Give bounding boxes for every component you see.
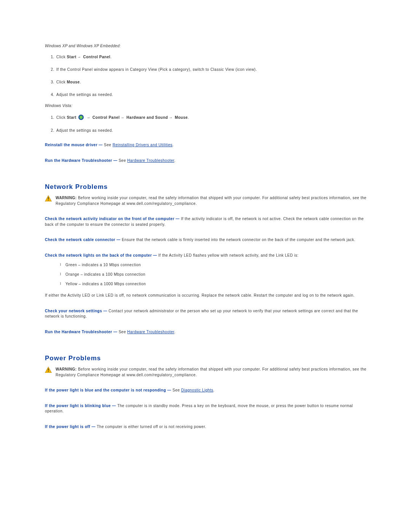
list-item: Adjust the settings as needed. xyxy=(56,93,369,97)
body-text: If the Activity LED flashes yellow with … xyxy=(158,253,298,257)
list-item: Click Start→ Control Panel. xyxy=(56,55,369,59)
xp-heading: Windows XP and Windows XP Embedded: xyxy=(45,44,369,48)
power-off-para: If the power light is off — The computer… xyxy=(45,424,369,430)
svg-rect-6 xyxy=(48,368,49,370)
reinstall-driver-para: Reinstall the mouse driver — See Reinsta… xyxy=(45,142,369,148)
reinstalling-drivers-link[interactable]: Reinstalling Drivers and Utilities xyxy=(113,143,173,147)
hardware-troubleshooter-link[interactable]: Hardware Troubleshooter xyxy=(127,330,174,334)
xp-steps-list: Click Start→ Control Panel. If the Contr… xyxy=(45,55,369,97)
warning-body: Before working inside your computer, rea… xyxy=(56,196,366,206)
step-text: Click xyxy=(56,80,67,84)
svg-point-1 xyxy=(80,116,83,119)
list-item: Click Start → Control Panel→ Hardware an… xyxy=(56,115,369,120)
action-lead: If the power light is off — xyxy=(45,425,97,429)
action-lead: Check the network lights on the back of … xyxy=(45,253,158,257)
hw-troubleshooter-para: Run the Hardware Troubleshooter — See Ha… xyxy=(45,329,369,335)
action-lead: Run the Hardware Troubleshooter — xyxy=(45,158,119,163)
period: . xyxy=(213,388,215,392)
hw-troubleshooter-para: Run the Hardware Troubleshooter — See Ha… xyxy=(45,158,369,164)
period: . xyxy=(174,158,175,163)
svg-rect-4 xyxy=(48,200,49,201)
step-text: Adjust the settings as needed. xyxy=(56,128,113,133)
diagnostic-lights-link[interactable]: Diagnostic Lights xyxy=(181,388,213,392)
action-lead: Run the Hardware Troubleshooter — xyxy=(45,330,119,334)
action-lead: If the power light is blinking blue — xyxy=(45,404,117,408)
period: . xyxy=(80,80,81,84)
see-text: See xyxy=(119,158,127,163)
warning-triangle-icon xyxy=(45,195,52,201)
arrow-icon: → xyxy=(86,115,91,120)
list-item: Click Mouse. xyxy=(56,80,369,84)
period: . xyxy=(188,115,189,120)
vista-steps-list: Click Start → Control Panel→ Hardware an… xyxy=(45,115,369,133)
step-text-bold: Start xyxy=(67,55,76,59)
see-text: See xyxy=(119,330,127,334)
period: . xyxy=(174,330,175,334)
windows-start-icon xyxy=(78,115,84,120)
list-item: Yellow – indicates a 1000 Mbps connectio… xyxy=(60,282,369,286)
warning-triangle-icon xyxy=(45,367,52,373)
period: . xyxy=(172,143,174,147)
step-text-bold: Hardware and Sound xyxy=(125,115,168,120)
list-item: Adjust the settings as needed. xyxy=(56,128,369,133)
action-lead: Check the network activity indicator on … xyxy=(45,217,181,221)
action-lead: Check the network cable connector — xyxy=(45,238,122,242)
hardware-troubleshooter-link[interactable]: Hardware Troubleshooter xyxy=(127,158,174,163)
step-text-bold: Mouse xyxy=(174,115,188,120)
list-item: If the Control Panel window appears in C… xyxy=(56,67,369,72)
see-text: See xyxy=(172,388,181,392)
arrow-icon: → xyxy=(76,55,82,59)
warning-block: WARNING: Before working inside your comp… xyxy=(45,195,369,206)
body-text: The computer is either turned off or is … xyxy=(97,425,206,429)
network-problems-heading: Network Problems xyxy=(45,183,369,191)
step-text: If the Control Panel window appears in C… xyxy=(56,67,257,72)
step-text: Click xyxy=(56,115,67,120)
power-problems-heading: Power Problems xyxy=(45,355,369,362)
list-item: Orange – indicates a 100 Mbps connection xyxy=(60,272,369,276)
arrow-icon: → xyxy=(120,115,126,120)
power-blue-not-responding-para: If the power light is blue and the compu… xyxy=(45,388,369,393)
vista-heading: Windows Vista: xyxy=(45,104,369,108)
power-blinking-blue-para: If the power light is blinking blue — Th… xyxy=(45,403,369,414)
action-lead: Check your network settings — xyxy=(45,309,108,313)
network-settings-para: Check your network settings — Contact yo… xyxy=(45,308,369,320)
arrow-icon: → xyxy=(168,115,174,120)
step-text-bold: Mouse xyxy=(67,80,80,84)
led-color-list: Green – indicates a 10 Mbps connection O… xyxy=(45,263,369,286)
list-item: Green – indicates a 10 Mbps connection xyxy=(60,263,369,267)
action-lead: If the power light is blue and the compu… xyxy=(45,388,172,392)
step-text-bold: Control Panel xyxy=(91,115,120,120)
step-text: Adjust the settings as needed. xyxy=(56,93,113,97)
action-lead: Reinstall the mouse driver — xyxy=(45,143,104,147)
svg-rect-7 xyxy=(48,371,49,372)
network-activity-para: Check the network activity indicator on … xyxy=(45,216,369,227)
svg-rect-3 xyxy=(48,197,49,199)
warning-label: WARNING: xyxy=(56,367,78,371)
led-off-para: If either the Activity LED or Link LED i… xyxy=(45,293,369,299)
network-cable-para: Check the network cable connector — Ensu… xyxy=(45,237,369,243)
body-text: If either the Activity LED or Link LED i… xyxy=(45,293,355,297)
step-text-bold: Control Panel xyxy=(82,55,110,59)
network-lights-para: Check the network lights on the back of … xyxy=(45,253,369,259)
see-text: See xyxy=(104,143,113,147)
body-text: Ensure that the network cable is firmly … xyxy=(122,238,355,242)
warning-block: WARNING: Before working inside your comp… xyxy=(45,367,369,378)
period: . xyxy=(110,55,112,59)
warning-label: WARNING: xyxy=(56,196,78,200)
step-text-bold: Start xyxy=(67,115,78,120)
step-text: Click xyxy=(56,55,67,59)
warning-body: Before working inside your computer, rea… xyxy=(56,367,366,377)
